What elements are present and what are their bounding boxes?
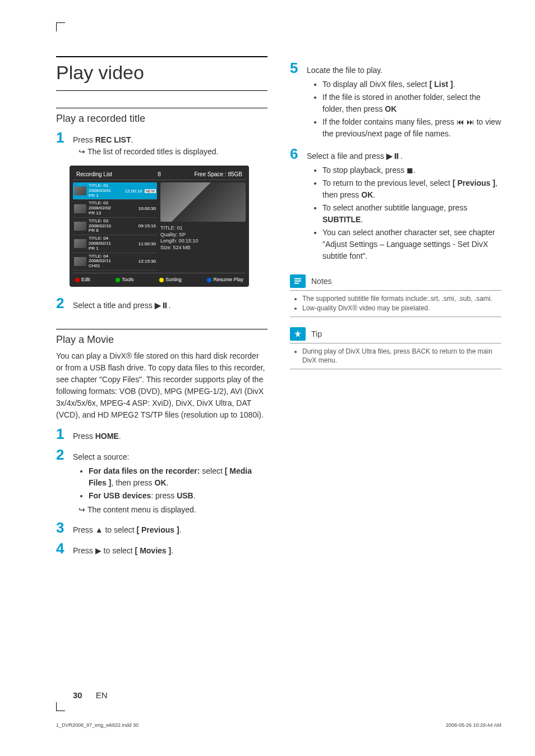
m2-result: The content menu is displayed. <box>73 504 268 516</box>
section-play-recorded-title: Play a recorded title <box>56 108 268 125</box>
crop-mark-top <box>56 22 65 31</box>
ui-free-space: Free Space : 85GB <box>168 171 242 177</box>
movie-paragraph: You can play a DivX® file stored on this… <box>56 350 268 421</box>
movie-step-4: 4 Press ▶ to select [ Movies ]. <box>56 540 268 557</box>
new-badge: NEW <box>145 189 156 193</box>
footer-edit[interactable]: Edit <box>75 277 90 282</box>
thumbnail-icon <box>74 239 86 248</box>
m2-text: Select a source: <box>73 452 129 461</box>
recording-list-ui: Recording List 8 Free Space : 85GB TITLE… <box>70 166 249 287</box>
step1-result: The list of recorded titles is displayed… <box>73 146 268 158</box>
step5-bullet-3: If the folder contains many files, press… <box>322 116 501 140</box>
m1-bold: HOME <box>95 432 119 441</box>
step5-bullet-2: If the file is stored in another folder,… <box>322 91 501 115</box>
notes-item-1: The supported subtitle file formats incl… <box>302 294 499 304</box>
red-dot-icon <box>75 278 80 282</box>
page-language: EN <box>96 690 108 700</box>
m2-bullet-2: For USB devices: press USB. <box>89 490 268 502</box>
step2-text: Select a title and press <box>73 301 155 310</box>
thumbnail-icon <box>74 257 86 266</box>
ui-title: Recording List <box>76 171 151 177</box>
step-number: 2 <box>56 295 66 312</box>
m4-bold: [ Movies ] <box>135 546 172 555</box>
m1-suffix: . <box>119 432 121 441</box>
yellow-dot-icon <box>159 278 164 282</box>
right-column: 5 Locate the file to play. To display al… <box>290 56 501 561</box>
section-play-movie: Play a Movie <box>56 329 268 346</box>
step-5: 5 Locate the file to play. To display al… <box>290 59 501 142</box>
movie-step-1: 1 Press HOME. <box>56 425 268 443</box>
row-src: CH01 <box>89 264 136 269</box>
recording-row[interactable]: TITLE: 03 2008/02/10 PR 8 09:15:16 <box>73 218 157 235</box>
row-time: 10:00:30 <box>139 206 156 211</box>
m4-suffix: . <box>171 546 173 555</box>
step1-bold: REC LIST <box>95 135 131 144</box>
notes-icon <box>290 274 306 288</box>
notes-callout: Notes The supported subtitle file format… <box>290 274 501 317</box>
crop-mark-bottom <box>56 702 65 711</box>
step6-bullet-1: To stop playback, press ◼. <box>322 164 501 176</box>
footer-sorting[interactable]: Sorting <box>159 277 182 282</box>
step6-bullet-3: To select another subtitle language, pre… <box>322 202 501 226</box>
step1-prefix: Press <box>73 135 95 144</box>
print-timestamp: 2008-05-26 10:29:44 AM <box>446 722 501 728</box>
indd-filename: 1_DVR2008_97_eng_wk822.indd 30 <box>56 722 139 728</box>
m4-prefix: Press ▶ to select <box>73 546 135 555</box>
tip-icon <box>290 327 306 341</box>
step-number: 1 <box>56 129 66 146</box>
row-src: PR 1 <box>89 194 123 199</box>
m1-prefix: Press <box>73 432 95 441</box>
thumbnail-icon <box>74 204 86 213</box>
step-number: 1 <box>56 425 66 443</box>
movie-step-3: 3 Press ▲ to select [ Previous ]. <box>56 519 268 537</box>
tip-item-1: During play of DivX Ultra files, press B… <box>302 347 499 366</box>
row-time: 11:00:30 <box>139 241 156 246</box>
ui-count: 8 <box>151 171 168 177</box>
preview-thumbnail <box>160 182 246 222</box>
play-pause-icon: ▶⏸ <box>386 152 400 161</box>
page-title: Play video <box>56 56 268 91</box>
movie-step-2: 2 Select a source: For data files on the… <box>56 446 268 516</box>
step1-suffix: . <box>131 135 133 144</box>
step-number: 5 <box>290 59 300 77</box>
row-time: 12:00:16 <box>125 189 142 194</box>
info-title: TITLE: 01 <box>160 225 246 232</box>
step-2: 2 Select a title and press ▶⏸. <box>56 295 268 312</box>
row-src: PR 13 <box>89 211 136 216</box>
step6-bullet-4: You can select another character set, se… <box>322 227 501 262</box>
row-src: PR 1 <box>89 246 136 251</box>
svg-rect-1 <box>294 281 301 282</box>
tip-callout: Tip During play of DivX Ultra files, pre… <box>290 327 501 370</box>
step6-bullet-2: To return to the previous level, select … <box>322 177 501 201</box>
step5-bullet-1: To display all DivX files, select [ List… <box>322 79 501 90</box>
page-footer: 30 EN <box>73 690 108 700</box>
info-length: Length: 00:15:10 <box>160 238 246 245</box>
step-number: 6 <box>290 145 300 163</box>
step-number: 4 <box>56 540 66 557</box>
thumbnail-icon <box>74 186 86 195</box>
recording-row[interactable]: TITLE: 02 2008/02/02 PR 13 10:00:30 <box>73 200 157 217</box>
row-src: PR 8 <box>89 228 136 233</box>
step-6: 6 Select a file and press ▶⏸. To stop pl… <box>290 145 501 264</box>
svg-rect-0 <box>294 278 301 280</box>
step5-text: Locate the file to play. <box>307 66 382 75</box>
m3-suffix: . <box>179 525 182 534</box>
info-quality: Quality: SP <box>160 232 246 239</box>
recording-row[interactable]: TITLE: 04 2008/02/11 PR 1 11:00:30 <box>73 235 157 253</box>
step-number: 2 <box>56 446 66 464</box>
blue-dot-icon <box>207 278 211 282</box>
footer-resume[interactable]: Resume Play <box>207 277 243 282</box>
recording-row[interactable]: TITLE: 04 2008/02/11 CH01 12:15:30 <box>73 253 157 271</box>
play-pause-icon: ▶⏸ <box>155 301 169 310</box>
m3-bold: [ Previous ] <box>136 525 179 534</box>
row-time: 09:15:16 <box>139 223 156 228</box>
page-number: 30 <box>73 690 82 700</box>
recording-row[interactable]: TITLE: 01 2008/03/01 PR 1 12:00:16 NEW <box>73 182 157 200</box>
tip-title: Tip <box>311 329 322 338</box>
step-number: 3 <box>56 519 66 537</box>
step6-prefix: Select a file and press <box>307 152 386 161</box>
thumbnail-icon <box>74 222 86 231</box>
footer-tools[interactable]: Tools <box>116 277 133 282</box>
m3-prefix: Press ▲ to select <box>73 525 136 534</box>
row-time: 12:15:30 <box>139 259 156 264</box>
